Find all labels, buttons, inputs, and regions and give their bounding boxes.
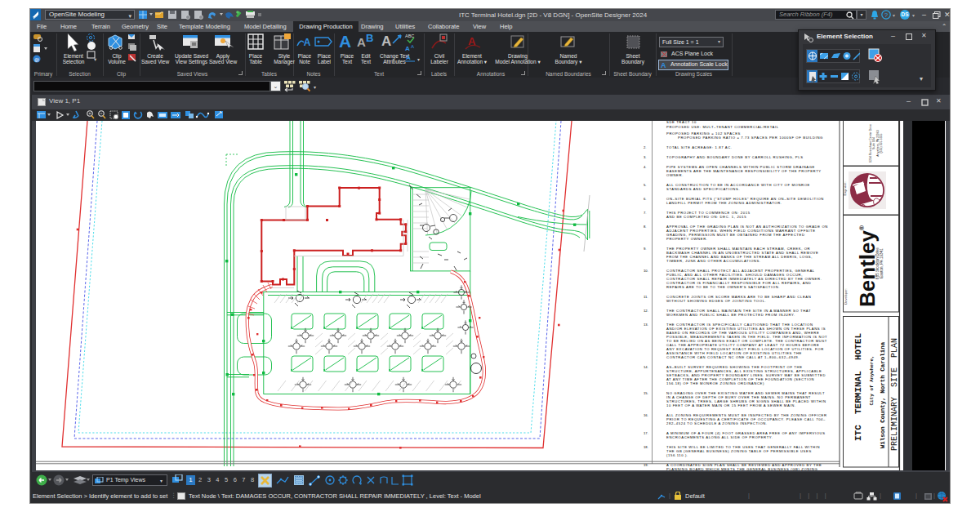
svg-text:A: A [411,44,414,49]
svg-text:A: A [406,54,411,61]
svg-text:@: @ [34,57,39,62]
svg-text:?: ? [884,11,889,19]
svg-text:A: A [661,61,666,69]
svg-text:A: A [304,37,311,48]
svg-text:ABC: ABC [405,33,414,38]
svg-text:A: A [405,45,410,52]
